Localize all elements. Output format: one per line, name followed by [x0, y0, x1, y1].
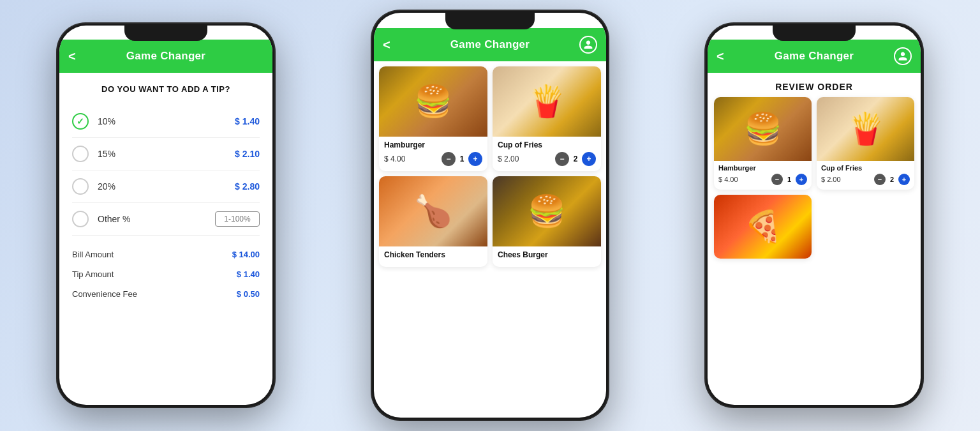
phones-container: < Game Changer DO YOU WANT TO ADD A TIP?…	[0, 0, 980, 431]
right-header: < Game Changer	[708, 40, 921, 73]
hamburger-minus-btn[interactable]: −	[442, 152, 456, 166]
tip-option-20[interactable]: 20% $ 2.80	[72, 170, 260, 203]
fries-qty: 2	[572, 155, 579, 163]
hamburger-name: Hamburger	[384, 140, 482, 149]
notch-right	[773, 26, 856, 41]
hamburger-plus-btn[interactable]: +	[468, 152, 482, 166]
review-fries-price: $ 2.00	[821, 176, 841, 183]
tip-radio-other[interactable]	[72, 211, 89, 227]
cheesburger-info: Chees Burger	[493, 246, 601, 267]
tip-screen-title: DO YOU WANT TO ADD A TIP?	[72, 84, 260, 94]
tip-label-other: Other %	[98, 214, 215, 224]
fries-info: Cup of Fries $ 2.00 − 2 +	[493, 137, 601, 171]
review-screen-content: REVIEW ORDER Hamburger $ 4.00 − 1	[708, 73, 921, 405]
tip-option-15[interactable]: 15% $ 2.10	[72, 138, 260, 170]
tip-option-other[interactable]: Other %	[72, 203, 260, 236]
header-title-left: Game Changer	[126, 50, 206, 63]
user-avatar-center[interactable]	[579, 36, 597, 54]
phone-center: < Game Changer Hamburger	[372, 11, 608, 420]
tip-other-input[interactable]	[215, 211, 260, 227]
left-header: < Game Changer	[59, 40, 272, 73]
hamburger-info: Hamburger $ 4.00 − 1 +	[379, 137, 487, 171]
chicken-image	[379, 176, 487, 246]
tip-amount-10: $ 1.40	[235, 116, 260, 126]
review-hamburger-image	[714, 97, 812, 161]
bill-row-fee: Convenience Fee $ 0.50	[72, 284, 260, 304]
fries-qty-controls: − 2 +	[555, 152, 596, 166]
bill-amount-label: Bill Amount	[72, 250, 114, 259]
hamburger-qty-controls: − 1 +	[442, 152, 482, 166]
tip-label-20: 20%	[98, 181, 235, 192]
review-item-fries: Cup of Fries $ 2.00 − 2 +	[817, 97, 914, 190]
review-hamburger-info: Hamburger $ 4.00 − 1 +	[714, 161, 812, 190]
notch-left	[124, 26, 207, 41]
review-hamburger-qty-num: 1	[785, 176, 793, 183]
tip-amount-20: $ 2.80	[235, 181, 260, 192]
review-fries-bottom: $ 2.00 − 2 +	[821, 174, 910, 185]
chicken-name: Chicken Tenders	[384, 250, 482, 259]
tip-amount-15: $ 2.10	[235, 149, 260, 159]
review-hamburger-qty: − 1 +	[771, 174, 807, 185]
review-hamburger-plus[interactable]: +	[796, 174, 807, 185]
menu-screen-content: Hamburger $ 4.00 − 1 +	[374, 61, 606, 418]
review-hamburger-name: Hamburger	[718, 164, 807, 172]
phone-right: < Game Changer REVIEW ORDER Hamburger	[706, 24, 923, 407]
header-title-center: Game Changer	[450, 38, 530, 51]
menu-item-hamburger: Hamburger $ 4.00 − 1 +	[379, 66, 487, 171]
tip-radio-15[interactable]	[72, 146, 89, 162]
fries-price: $ 2.00	[498, 155, 519, 163]
notch-center	[445, 13, 535, 29]
bill-section: Bill Amount $ 14.00 Tip Amount $ 1.40 Co…	[72, 245, 260, 304]
fries-minus-btn[interactable]: −	[555, 152, 569, 166]
review-fries-minus[interactable]: −	[874, 174, 886, 185]
review-fries-name: Cup of Fries	[821, 164, 910, 172]
back-button-left[interactable]: <	[68, 49, 76, 64]
tip-screen: DO YOU WANT TO ADD A TIP? 10% $ 1.40 15%…	[59, 73, 272, 315]
cheesburger-image	[493, 176, 601, 246]
tip-option-10[interactable]: 10% $ 1.40	[72, 105, 260, 138]
review-fries-qty-num: 2	[888, 176, 896, 183]
tip-label-10: 10%	[98, 116, 235, 126]
tip-screen-content: DO YOU WANT TO ADD A TIP? 10% $ 1.40 15%…	[59, 73, 272, 405]
review-hamburger-bottom: $ 4.00 − 1 +	[718, 174, 807, 185]
menu-item-cheesburger: Chees Burger	[493, 176, 601, 267]
tip-label-15: 15%	[98, 149, 235, 159]
chicken-info: Chicken Tenders	[379, 246, 487, 267]
back-button-center[interactable]: <	[383, 38, 390, 52]
review-fries-qty: − 2 +	[874, 174, 910, 185]
tip-amount-value: $ 1.40	[237, 269, 260, 279]
hamburger-image	[379, 66, 487, 137]
bill-row-tip: Tip Amount $ 1.40	[72, 264, 260, 284]
hamburger-bottom: $ 4.00 − 1 +	[384, 152, 482, 166]
phone-right-screen: < Game Changer REVIEW ORDER Hamburger	[708, 26, 921, 405]
back-button-right[interactable]: <	[716, 49, 724, 64]
review-hamburger-minus[interactable]: −	[771, 174, 783, 185]
tip-radio-10[interactable]	[72, 113, 89, 130]
review-item-hamburger: Hamburger $ 4.00 − 1 +	[714, 97, 812, 190]
review-item-pizza	[714, 195, 812, 259]
cheesburger-name: Chees Burger	[498, 250, 596, 259]
review-fries-image	[817, 97, 914, 161]
phone-left: < Game Changer DO YOU WANT TO ADD A TIP?…	[57, 24, 274, 407]
tip-radio-20[interactable]	[72, 178, 89, 195]
user-avatar-right[interactable]	[894, 47, 912, 65]
bill-row-amount: Bill Amount $ 14.00	[72, 245, 260, 264]
review-fries-plus[interactable]: +	[898, 174, 910, 185]
review-fries-info: Cup of Fries $ 2.00 − 2 +	[817, 161, 914, 190]
phone-center-screen: < Game Changer Hamburger	[374, 13, 606, 418]
hamburger-price: $ 4.00	[384, 155, 405, 163]
menu-item-chicken: Chicken Tenders	[379, 176, 487, 267]
fee-label: Convenience Fee	[72, 289, 137, 299]
phone-left-screen: < Game Changer DO YOU WANT TO ADD A TIP?…	[59, 26, 272, 405]
fee-value: $ 0.50	[237, 289, 260, 299]
hamburger-qty: 1	[458, 155, 466, 163]
fries-bottom: $ 2.00 − 2 +	[498, 152, 596, 166]
review-title: REVIEW ORDER	[708, 73, 921, 97]
fries-plus-btn[interactable]: +	[582, 152, 596, 166]
review-pizza-image	[714, 195, 812, 259]
header-title-right: Game Changer	[775, 50, 854, 63]
bill-amount-value: $ 14.00	[232, 250, 260, 259]
menu-grid: Hamburger $ 4.00 − 1 +	[374, 61, 606, 272]
tip-amount-label: Tip Amount	[72, 269, 114, 279]
review-grid: Hamburger $ 4.00 − 1 +	[708, 97, 921, 259]
